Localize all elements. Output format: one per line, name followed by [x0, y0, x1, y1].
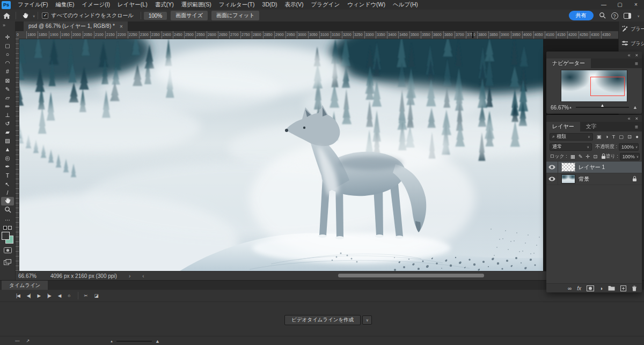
clone-stamp-tool[interactable]: ⊥: [1, 111, 14, 119]
play-button[interactable]: ▶: [38, 293, 41, 298]
lock-transparent-icon[interactable]: ▦: [570, 153, 575, 159]
vertical-ruler[interactable]: [15, 39, 19, 271]
go-first-frame[interactable]: |◀: [16, 293, 20, 298]
filter-pixel-icon[interactable]: ▣: [597, 134, 602, 140]
link-layers-icon[interactable]: ∞: [568, 285, 572, 291]
adjustment-layer-icon[interactable]: ◑: [599, 285, 603, 291]
tab-timeline[interactable]: タイムライン: [2, 281, 48, 290]
menu-item-5[interactable]: 選択範囲(S): [178, 1, 215, 9]
hand-tool-icon[interactable]: [19, 12, 32, 19]
menu-item-7[interactable]: 3D(D): [259, 1, 281, 9]
quick-mask-icon[interactable]: [4, 247, 12, 254]
screen-mode-icon[interactable]: [4, 259, 11, 266]
brushes-panel-icon[interactable]: ブラシ: [619, 36, 644, 50]
transition-icon[interactable]: ◪: [94, 293, 98, 298]
lock-pixels-icon[interactable]: ✎: [579, 153, 583, 159]
menu-item-2[interactable]: イメージ(I): [78, 1, 114, 9]
filter-shape-icon[interactable]: ▢: [619, 134, 624, 140]
status-prev-icon[interactable]: ‹: [142, 273, 144, 279]
marquee-tool[interactable]: ▢: [1, 41, 14, 50]
move-tool[interactable]: ✛: [1, 33, 14, 41]
timeline-mode-dropdown[interactable]: ∨: [362, 315, 372, 325]
scroll-all-windows-checkbox[interactable]: ✓: [42, 12, 48, 19]
hand-tool[interactable]: [1, 197, 14, 205]
chevron-down-icon[interactable]: ∨: [638, 14, 640, 18]
search-icon[interactable]: [599, 12, 606, 20]
frame-tool[interactable]: ⊠: [1, 76, 14, 84]
toolbar-expand-icon[interactable]: »: [3, 23, 5, 28]
filter-smart-icon[interactable]: ⊡: [627, 134, 632, 140]
brush-settings-panel-icon[interactable]: ブラー: [619, 21, 644, 36]
document-tab[interactable]: psd @ 66.7% (レイヤー 1, RGB/8) * ×: [24, 21, 128, 31]
workspace-icon[interactable]: [624, 13, 631, 19]
menu-item-1[interactable]: 編集(E): [52, 1, 78, 9]
fill-field[interactable]: 100%∨: [620, 153, 640, 160]
foreground-color-swatch[interactable]: [2, 232, 10, 240]
lock-all-icon[interactable]: [601, 153, 606, 159]
status-next-icon[interactable]: ›: [129, 273, 130, 279]
horizontal-scrollbar[interactable]: [338, 274, 484, 277]
navigator-thumbnail[interactable]: [561, 70, 627, 101]
filter-type-icon[interactable]: T: [612, 134, 615, 140]
default-colors-icon[interactable]: [0, 226, 15, 230]
close-panel-icon[interactable]: ×: [635, 53, 638, 58]
zoom-in-icon[interactable]: ▲: [633, 105, 638, 110]
menu-item-11[interactable]: ヘルプ(H): [389, 1, 422, 9]
layer-thumbnail[interactable]: [562, 175, 575, 183]
layer-thumbnail[interactable]: [562, 163, 575, 171]
blur-tool[interactable]: ▲: [1, 145, 14, 153]
new-layer-icon[interactable]: [620, 285, 626, 291]
zoom-in-icon[interactable]: ▲: [155, 339, 160, 344]
lock-position-icon[interactable]: ✛: [586, 153, 590, 159]
new-group-icon[interactable]: [608, 285, 615, 291]
slider-track[interactable]: [116, 341, 152, 342]
line-tool[interactable]: /: [1, 188, 14, 197]
layer-row[interactable]: レイヤー 1: [546, 162, 642, 173]
layer-visibility-icon[interactable]: [546, 173, 558, 185]
eyedropper-tool[interactable]: ✎: [1, 85, 14, 93]
eraser-tool[interactable]: ▰: [1, 128, 14, 136]
zoom-tool[interactable]: [1, 205, 14, 214]
photoshop-logo-icon[interactable]: Ps: [2, 1, 11, 9]
previous-frame[interactable]: ◀|: [27, 293, 31, 298]
render-settings[interactable]: ○: [68, 293, 70, 298]
help-icon[interactable]: ?: [611, 12, 618, 19]
layer-effects-icon[interactable]: fx: [577, 285, 581, 291]
blend-mode-select[interactable]: 通常∨: [550, 143, 592, 151]
menu-item-9[interactable]: プラグイン: [308, 1, 344, 9]
delete-layer-icon[interactable]: [632, 285, 637, 291]
brush-tool[interactable]: ✏: [1, 102, 14, 111]
menu-item-4[interactable]: 書式(Y): [151, 1, 178, 9]
fit-screen-button[interactable]: 画面サイズ: [171, 11, 208, 20]
maximize-button[interactable]: ▢: [612, 0, 628, 10]
edit-toolbar[interactable]: …: [1, 214, 14, 223]
horizontal-ruler[interactable]: 0 18001850190019502000205021002150220022…: [15, 31, 619, 39]
menu-item-3[interactable]: レイヤー(L): [114, 1, 151, 9]
navigator-zoom-slider[interactable]: ▲: [576, 107, 629, 108]
close-tab-icon[interactable]: ×: [120, 24, 123, 30]
tab-navigator[interactable]: ナビゲーター: [546, 58, 591, 68]
frame-view-icon[interactable]: ▫▫▫: [15, 339, 20, 343]
zoom-out-icon[interactable]: ▲: [569, 106, 572, 109]
home-icon[interactable]: [0, 12, 13, 19]
audio-toggle[interactable]: ◀: [58, 293, 61, 298]
path-selection-tool[interactable]: ↖: [1, 180, 14, 188]
menu-item-0[interactable]: ファイル(F): [14, 1, 52, 9]
gradient-tool[interactable]: ▨: [1, 136, 14, 145]
lock-artboard-icon[interactable]: ⊡: [594, 153, 598, 159]
close-button[interactable]: ×: [628, 0, 644, 10]
create-video-timeline-button[interactable]: ビデオタイムラインを作成: [284, 315, 361, 325]
dodge-tool[interactable]: ◎: [1, 153, 14, 162]
layer-row[interactable]: 背景: [546, 173, 642, 185]
lasso-tool[interactable]: ○: [1, 50, 14, 58]
menu-item-6[interactable]: フィルター(T): [215, 1, 259, 9]
navigator-view-rect[interactable]: [590, 77, 625, 96]
panel-menu-icon[interactable]: ≡: [635, 124, 642, 130]
share-button[interactable]: 共有: [569, 11, 594, 20]
zoom-out-icon[interactable]: ▲: [110, 340, 113, 343]
zoom-100-button[interactable]: 100%: [144, 12, 167, 20]
crop-tool[interactable]: #: [1, 67, 14, 76]
next-frame[interactable]: |▶: [47, 293, 51, 298]
type-tool[interactable]: T: [1, 171, 14, 180]
close-panel-icon[interactable]: ×: [635, 116, 638, 121]
